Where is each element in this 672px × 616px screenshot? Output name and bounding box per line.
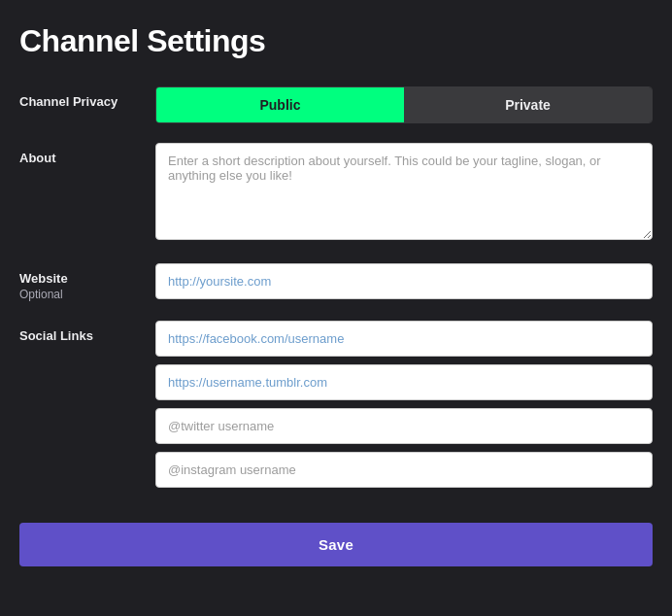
- privacy-row: Channel Privacy Public Private: [19, 86, 653, 123]
- about-textarea[interactable]: [155, 143, 653, 240]
- social-links-row: Social Links: [19, 321, 653, 488]
- about-label: About: [19, 143, 155, 165]
- tumblr-input[interactable]: [155, 364, 653, 400]
- about-row: About: [19, 143, 653, 244]
- website-optional-text: Optional: [19, 288, 155, 301]
- privacy-toggle-container: Public Private: [155, 86, 653, 123]
- private-button[interactable]: Private: [404, 87, 652, 122]
- about-control: [155, 143, 653, 244]
- public-button[interactable]: Public: [156, 87, 404, 122]
- twitter-wrapper: [155, 408, 653, 444]
- website-label: Website Optional: [19, 263, 155, 301]
- privacy-toggle: Public Private: [155, 86, 653, 123]
- tumblr-wrapper: [155, 364, 653, 400]
- instagram-input[interactable]: [155, 452, 653, 488]
- facebook-input[interactable]: [155, 321, 653, 357]
- instagram-wrapper: [155, 452, 653, 488]
- facebook-wrapper: [155, 321, 653, 357]
- website-row: Website Optional: [19, 263, 653, 301]
- website-control: [155, 263, 653, 299]
- social-links-control: [155, 321, 653, 488]
- twitter-input[interactable]: [155, 408, 653, 444]
- page-title: Channel Settings: [19, 23, 653, 59]
- website-input[interactable]: [155, 263, 653, 299]
- save-button[interactable]: Save: [19, 523, 653, 566]
- privacy-label: Channel Privacy: [19, 86, 155, 109]
- website-label-text: Website: [19, 271, 68, 286]
- social-links-label: Social Links: [19, 321, 155, 343]
